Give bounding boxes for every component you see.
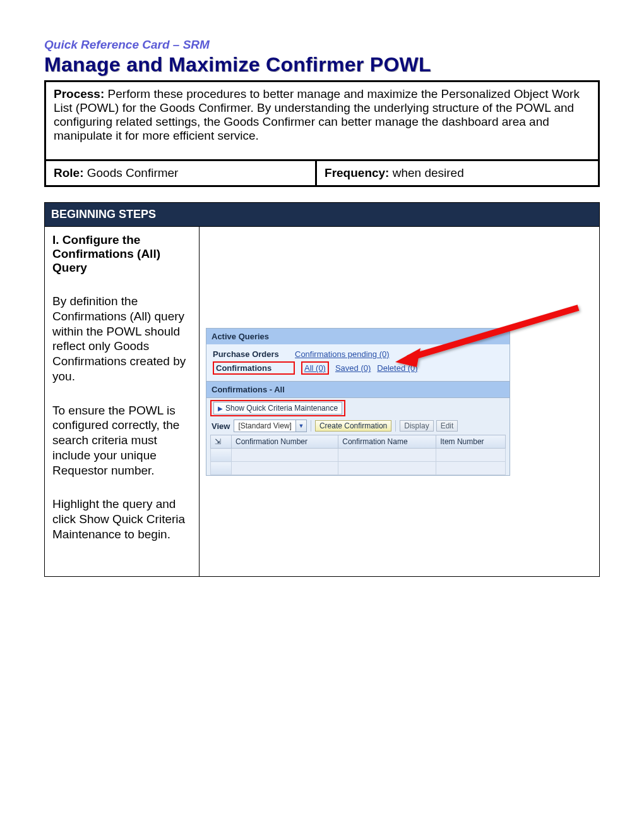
- frequency-cell: Frequency: when desired: [317, 161, 598, 185]
- query-block: Purchase Orders Confirmations pending (0…: [206, 344, 510, 381]
- role-label: Role:: [54, 166, 84, 179]
- show-quick-criteria-button[interactable]: ▶ Show Quick Criteria Maintenance: [213, 402, 342, 414]
- col-confirmation-name[interactable]: Confirmation Name: [338, 435, 436, 449]
- view-select[interactable]: [Standard View] ▼: [234, 420, 307, 432]
- export-icon[interactable]: ⇲: [211, 435, 232, 449]
- chevron-down-icon: ▼: [295, 420, 306, 432]
- toolbar: ▶ Show Quick Criteria Maintenance View […: [206, 398, 510, 475]
- view-value: [Standard View]: [234, 421, 295, 430]
- view-label: View: [212, 421, 230, 431]
- process-text: Process: Perform these procedures to bet…: [46, 82, 598, 159]
- screenshot-panel: Active Queries Purchase Orders Confirmat…: [200, 227, 599, 576]
- confirmations-all-link[interactable]: All (0): [301, 361, 329, 375]
- table-row: [211, 462, 506, 475]
- frequency-label: Frequency:: [325, 166, 389, 179]
- display-button[interactable]: Display: [400, 420, 433, 432]
- section-header: BEGINNING STEPS: [45, 203, 599, 227]
- col-item-number[interactable]: Item Number: [436, 435, 506, 449]
- confirmations-deleted-link[interactable]: Deleted (0): [377, 363, 417, 373]
- confirmations-saved-link[interactable]: Saved (0): [335, 363, 371, 373]
- col-confirmation-number[interactable]: Confirmation Number: [232, 435, 338, 449]
- step-paragraph-2: To ensure the POWL is configured correct…: [52, 403, 191, 478]
- purchase-orders-label: Purchase Orders: [213, 349, 289, 359]
- step-title: I. Configure the Confirmations (All) Que…: [52, 233, 191, 275]
- doc-title: Manage and Maximize Confirmer POWL: [44, 53, 600, 76]
- triangle-right-icon: ▶: [218, 405, 223, 412]
- step-paragraph-1: By definition the Confirmations (All) qu…: [52, 294, 191, 384]
- process-body: Perform these procedures to better manag…: [54, 87, 580, 142]
- doc-subtitle: Quick Reference Card – SRM: [44, 38, 600, 52]
- edit-button[interactable]: Edit: [436, 420, 458, 432]
- results-table: ⇲ Confirmation Number Confirmation Name …: [210, 435, 506, 475]
- confirmations-all-header: Confirmations - All: [206, 381, 510, 398]
- table-row: [211, 449, 506, 462]
- steps-section: BEGINNING STEPS I. Configure the Confirm…: [44, 202, 600, 577]
- frequency-value: when desired: [389, 166, 463, 179]
- step-description: I. Configure the Confirmations (All) Que…: [45, 227, 200, 576]
- active-queries-header: Active Queries: [206, 329, 510, 344]
- create-confirmation-button[interactable]: Create Confirmation: [315, 420, 391, 432]
- role-cell: Role: Goods Confirmer: [46, 161, 317, 185]
- process-box: Process: Perform these procedures to bet…: [44, 80, 600, 187]
- role-value: Goods Confirmer: [84, 166, 179, 179]
- process-label: Process:: [54, 87, 104, 100]
- confirmations-pending-link[interactable]: Confirmations pending (0): [295, 349, 390, 359]
- step-paragraph-3: Highlight the query and click Show Quick…: [52, 497, 191, 541]
- confirmations-label: Confirmations: [213, 361, 295, 375]
- srm-screenshot: Active Queries Purchase Orders Confirmat…: [206, 328, 510, 476]
- sqcm-label: Show Quick Criteria Maintenance: [225, 404, 338, 413]
